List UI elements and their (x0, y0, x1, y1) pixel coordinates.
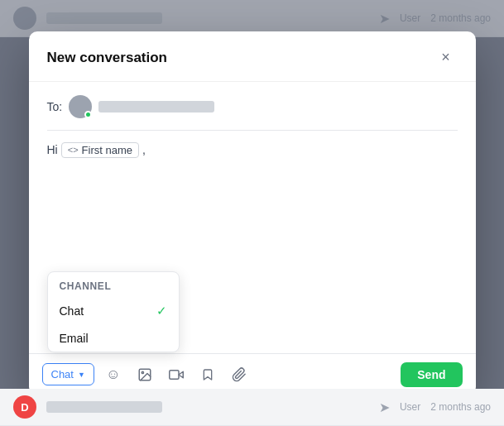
channel-dropdown: Channel Chat ✓ Email (47, 271, 180, 352)
attachment-button[interactable] (227, 362, 252, 387)
new-conversation-modal: New conversation × To: Hi <> F (29, 31, 476, 395)
channel-item-chat[interactable]: Chat ✓ (48, 297, 179, 325)
svg-point-1 (142, 371, 143, 373)
online-indicator (84, 111, 92, 118)
recipient-avatar-wrapper (69, 95, 92, 118)
hi-line: Hi <> First name , (47, 142, 458, 158)
modal-overlay: New conversation × To: Hi <> F (0, 0, 504, 426)
hi-comma: , (142, 143, 146, 156)
video-button[interactable] (164, 362, 189, 387)
modal-title: New conversation (47, 50, 168, 66)
image-button[interactable] (132, 362, 157, 387)
recipient-name-bar (98, 101, 214, 112)
bg-row-bottom: D ➤ User 2 months ago (0, 389, 504, 426)
svg-marker-2 (179, 371, 183, 378)
send-icon-bottom: ➤ (379, 400, 390, 415)
firstname-chip[interactable]: <> First name (61, 142, 139, 158)
chat-channel-button[interactable]: Chat ▼ (42, 363, 94, 385)
channel-chat-label: Chat (60, 304, 84, 318)
bg-name-bottom (46, 401, 162, 413)
modal-header: New conversation × (29, 31, 476, 82)
channel-item-email[interactable]: Email (48, 325, 179, 352)
chip-code-icon: <> (68, 145, 79, 155)
check-icon: ✓ (156, 304, 167, 318)
emoji-button[interactable]: ☺ (101, 362, 126, 387)
bg-avatar-bottom: D (13, 395, 36, 419)
chat-button-label: Chat (51, 368, 74, 381)
send-button[interactable]: Send (401, 362, 462, 387)
bookmark-button[interactable] (195, 362, 220, 387)
caret-icon: ▼ (78, 371, 85, 379)
hi-text: Hi (47, 143, 58, 156)
chip-label: First name (82, 144, 132, 156)
to-row: To: (47, 95, 458, 131)
channel-dropdown-header: Channel (48, 272, 179, 297)
time-bottom: 2 months ago (430, 401, 491, 413)
svg-rect-3 (170, 370, 179, 379)
channel-email-label: Email (60, 332, 89, 345)
close-button[interactable]: × (434, 46, 458, 69)
role-bottom: User (400, 401, 420, 413)
to-label: To: (47, 100, 63, 113)
